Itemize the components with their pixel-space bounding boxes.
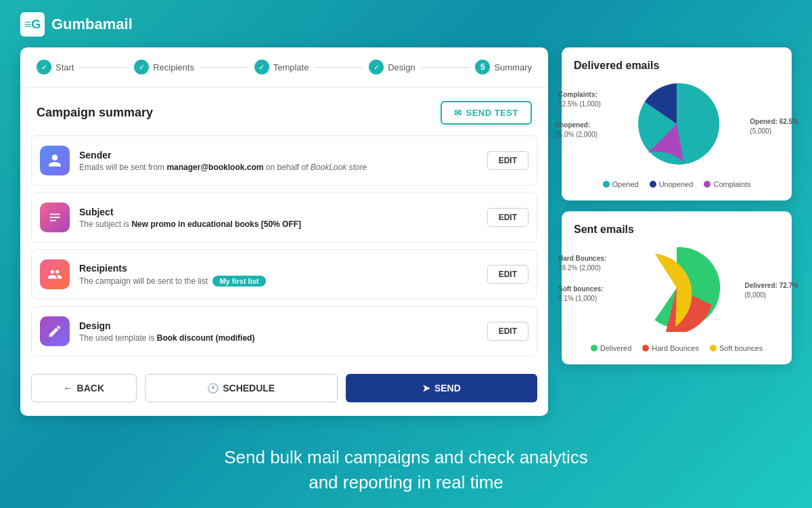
logo-icon: ≡G xyxy=(20,12,45,37)
delivered-pie-chart xyxy=(633,80,721,168)
step-recipients: ✓ Recipients xyxy=(134,60,194,75)
sent-label-hardbounce: Hard Bounces:18.2% (2,000) xyxy=(558,254,606,273)
summary-item-recipients: Recipients The campaign will be sent to … xyxy=(31,249,537,299)
recipients-content: Recipients The campaign will be sent to … xyxy=(79,263,478,287)
sent-legend: Delivered Hard Bounces Soft bounces xyxy=(574,344,780,352)
step-label-start: Start xyxy=(55,62,74,72)
clock-icon: 🕐 xyxy=(207,383,219,394)
sender-content: Sender Emails will be sent from manager@… xyxy=(79,150,478,172)
step-line-2 xyxy=(200,67,249,68)
subject-label: Subject xyxy=(79,207,478,217)
legend-label-complaints: Complaints xyxy=(713,180,750,188)
delivered-chart-title: Delivered emails xyxy=(574,60,780,72)
sent-pie-chart xyxy=(633,244,721,332)
footer-buttons: ← BACK 🕐 SCHEDULE ➤ SEND xyxy=(20,363,548,416)
subject-icon xyxy=(40,203,70,232)
legend-softbounces: Soft bounces xyxy=(710,344,763,352)
sent-label-delivered: Delivered: 72.7%(8,000) xyxy=(745,281,799,300)
step-template: ✓ Template xyxy=(254,60,309,75)
legend-dot-delivered xyxy=(591,345,597,352)
step-line-3 xyxy=(314,67,363,68)
design-edit-button[interactable]: EDIT xyxy=(487,322,528,341)
summary-items: Sender Emails will be sent from manager@… xyxy=(20,135,548,356)
legend-complaints: Complaints xyxy=(704,180,750,188)
send-label: SEND xyxy=(434,383,461,394)
back-label: BACK xyxy=(77,383,104,394)
step-start: ✓ Start xyxy=(37,60,74,75)
recipients-desc: The campaign will be sent to the list My… xyxy=(79,276,478,287)
back-arrow-icon: ← xyxy=(64,383,73,394)
delivered-label-complaints: Complaints:12.5% (1,000) xyxy=(558,90,601,109)
legend-dot-softbounces xyxy=(710,345,717,352)
delivered-emails-panel: Delivered emails Complaints:12.5% (1,000… xyxy=(562,47,792,200)
sent-chart-title: Sent emails xyxy=(574,224,780,236)
sender-desc: Emails will be sent from manager@bookloo… xyxy=(79,163,478,172)
legend-dot-hardbounces xyxy=(642,345,649,352)
design-content: Design The used template is Book discoun… xyxy=(79,320,478,343)
send-test-button[interactable]: ✉ SEND TEST xyxy=(441,101,532,125)
design-label: Design xyxy=(79,320,478,331)
subject-content: Subject The subject is New promo in educ… xyxy=(79,207,478,229)
schedule-button[interactable]: 🕐 SCHEDULE xyxy=(145,374,338,402)
step-summary: 5 Summary xyxy=(475,60,532,75)
step-icon-recipients: ✓ xyxy=(134,60,149,75)
step-line-1 xyxy=(79,67,129,68)
legend-label-softbounces: Soft bounces xyxy=(719,344,763,352)
logo-area: ≡G Gumbamail xyxy=(20,12,133,37)
right-panels: Delivered emails Complaints:12.5% (1,000… xyxy=(562,47,792,416)
legend-dot-opened xyxy=(603,181,610,188)
subject-desc: The subject is New promo in educational … xyxy=(79,219,478,229)
delivered-label-opened: Opened: 62.5%(5,000) xyxy=(750,117,798,136)
delivered-legend: Opened Unopened Complaints xyxy=(574,180,780,188)
legend-label-hardbounces: Hard Bounces xyxy=(652,344,699,352)
schedule-label: SCHEDULE xyxy=(223,383,275,394)
stepper: ✓ Start ✓ Recipients ✓ Template ✓ Design… xyxy=(20,47,548,87)
step-label-design: Design xyxy=(388,62,415,72)
send-arrow-icon: ➤ xyxy=(422,383,430,394)
summary-item-design: Design The used template is Book discoun… xyxy=(31,306,537,356)
main-content: ✓ Start ✓ Recipients ✓ Template ✓ Design… xyxy=(20,47,792,416)
recipients-label: Recipients xyxy=(79,263,478,274)
subject-edit-button[interactable]: EDIT xyxy=(487,208,528,227)
step-label-summary: Summary xyxy=(494,62,532,72)
recipients-badge: My first list xyxy=(212,276,265,287)
sent-emails-panel: Sent emails Hard Bounces:18.2% (2,000) S… xyxy=(562,211,792,364)
design-desc: The used template is Book discount (modi… xyxy=(79,333,478,343)
send-button[interactable]: ➤ SEND xyxy=(346,374,537,402)
envelope-icon: ✉ xyxy=(454,108,462,118)
legend-hardbounces: Hard Bounces xyxy=(642,344,699,352)
design-icon xyxy=(40,316,70,346)
step-icon-summary: 5 xyxy=(475,60,490,75)
legend-dot-complaints xyxy=(704,181,710,188)
legend-label-opened: Opened xyxy=(612,180,639,188)
tagline-line2: and reporting in real time xyxy=(0,470,812,494)
back-button[interactable]: ← BACK xyxy=(31,374,137,402)
tagline: Send bulk mail campaigns and check analy… xyxy=(0,445,812,494)
summary-item-sender: Sender Emails will be sent from manager@… xyxy=(31,135,537,186)
sender-edit-button[interactable]: EDIT xyxy=(487,151,528,170)
summary-header: Campaign summary ✉ SEND TEST xyxy=(20,87,548,135)
sender-icon xyxy=(40,146,70,175)
recipients-icon xyxy=(40,259,70,289)
legend-label-delivered: Delivered xyxy=(600,344,631,352)
summary-item-subject: Subject The subject is New promo in educ… xyxy=(31,192,537,242)
step-design: ✓ Design xyxy=(369,60,415,75)
tagline-line1: Send bulk mail campaigns and check analy… xyxy=(0,445,812,469)
step-label-recipients: Recipients xyxy=(153,62,194,72)
sent-label-softbounce: Soft bounces:9.1% (1,000) xyxy=(558,284,604,303)
step-icon-start: ✓ xyxy=(37,60,51,75)
left-panel: ✓ Start ✓ Recipients ✓ Template ✓ Design… xyxy=(20,47,548,416)
campaign-summary-title: Campaign summary xyxy=(37,106,153,120)
legend-opened: Opened xyxy=(603,180,639,188)
sender-label: Sender xyxy=(79,150,478,161)
step-label-template: Template xyxy=(273,62,309,72)
logo-text: Gumbamail xyxy=(51,16,133,33)
legend-label-unopened: Unopened xyxy=(659,180,694,188)
step-line-4 xyxy=(421,67,470,68)
legend-delivered: Delivered xyxy=(591,344,631,352)
recipients-edit-button[interactable]: EDIT xyxy=(487,265,528,284)
delivered-label-unopened: Unopened:25.0% (2,000) xyxy=(555,121,597,140)
send-test-label: SEND TEST xyxy=(466,108,518,118)
step-icon-design: ✓ xyxy=(369,60,384,75)
legend-dot-unopened xyxy=(650,181,656,188)
